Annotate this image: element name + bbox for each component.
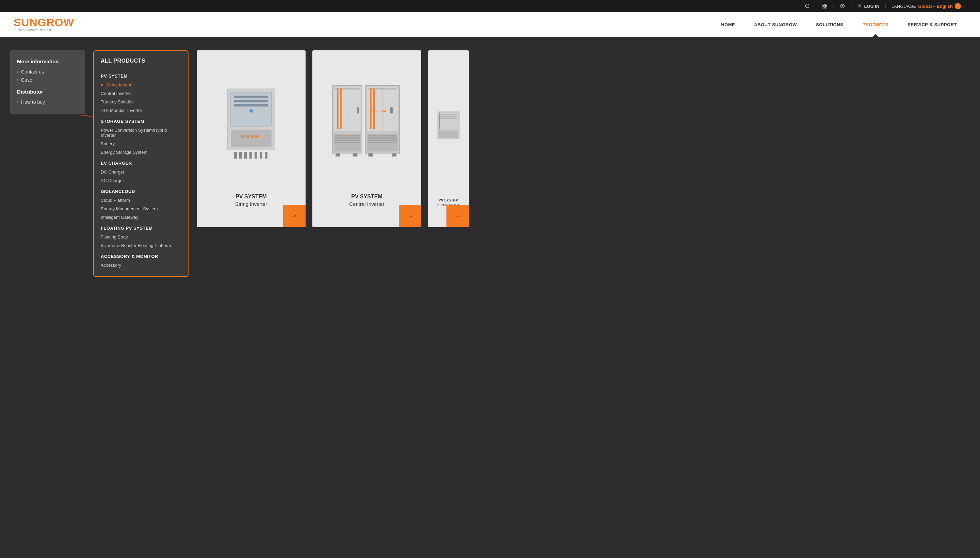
svg-line-1 — [809, 7, 809, 8]
sidebar: More information › Contact us › Case Dis… — [10, 50, 85, 114]
nav-solutions[interactable]: SOLUTIONS — [806, 12, 853, 37]
svg-text:SUNGROW: SUNGROW — [241, 135, 259, 139]
arrow-right-icon-3: → — [454, 212, 461, 220]
nav-service[interactable]: SERVICE & SUPPORT — [898, 12, 966, 37]
svg-rect-42 — [370, 89, 372, 129]
nav-about[interactable]: ABOUT SUNGROW — [745, 12, 806, 37]
svg-rect-59 — [439, 131, 458, 138]
svg-rect-49 — [368, 141, 397, 143]
chevron-icon-2: › — [17, 77, 18, 82]
svg-rect-43 — [373, 89, 375, 129]
card-label-string: PV SYSTEM String Inverter — [228, 188, 274, 227]
svg-rect-33 — [335, 138, 359, 139]
svg-rect-28 — [337, 89, 338, 129]
svg-rect-36 — [335, 153, 340, 156]
product-card-string-inverter[interactable]: SUNGROW PV SYSTEM String Inverter → — [197, 50, 305, 227]
svg-rect-13 — [234, 104, 268, 107]
menu-category-accessory: ACCESSORY & MONITOR — [94, 250, 188, 261]
cards-area: SUNGROW PV SYSTEM String Inverter → — [197, 50, 966, 544]
chevron-icon-3: › — [17, 100, 18, 105]
chevron-icon: › — [17, 69, 18, 74]
main-nav: HOME ABOUT SUNGROW SOLUTIONS PRODUCTS SE… — [711, 12, 966, 37]
svg-rect-48 — [368, 140, 397, 141]
eye-icon[interactable] — [840, 3, 845, 9]
language-value: Global – English — [918, 4, 953, 9]
svg-rect-5 — [826, 7, 827, 8]
menu-item-floating-body[interactable]: Floating Body — [94, 233, 188, 241]
menu-item-ac-charger[interactable]: AC Charger — [94, 176, 188, 185]
menu-item-gateway[interactable]: Intelligent Gateway — [94, 213, 188, 222]
sidebar-item-case[interactable]: › Case — [17, 76, 78, 84]
divider-2: | — [833, 3, 834, 9]
card-image-turnkey — [428, 50, 469, 193]
svg-rect-17 — [239, 152, 242, 159]
svg-rect-19 — [250, 152, 252, 159]
menu-category-isolarcloud: iSOLARCLOUD — [94, 185, 188, 196]
search-icon[interactable] — [805, 3, 810, 9]
menu-item-ems[interactable]: Energy Management System — [94, 205, 188, 213]
product-card-central-inverter[interactable]: SUNGROW PV SYSTEM Central Inverter → — [312, 50, 421, 227]
menu-item-pcs[interactable]: Power Conversion System/Hybrid Inverter — [94, 126, 188, 140]
nav-home[interactable]: HOME — [711, 12, 745, 37]
grid-icon[interactable] — [822, 3, 827, 9]
sidebar-more-info-title: More information — [17, 59, 78, 64]
svg-rect-37 — [353, 153, 358, 156]
card-name-1: String Inverter — [235, 201, 267, 207]
central-inverter-image: SUNGROW — [329, 79, 404, 167]
svg-rect-54 — [439, 113, 458, 129]
svg-rect-20 — [254, 152, 257, 159]
menu-item-dc-charger[interactable]: DC Charger — [94, 168, 188, 176]
svg-point-6 — [842, 5, 843, 7]
sidebar-item-how-to-buy[interactable]: › How to buy — [17, 98, 78, 106]
svg-rect-51 — [392, 153, 396, 156]
menu-item-inverter-booster[interactable]: Inverter & Booster Floating Platform — [94, 241, 188, 250]
svg-rect-30 — [357, 107, 359, 113]
card-label-central: PV SYSTEM Central Inverter — [342, 188, 391, 227]
logo-text: SUNGROW — [14, 17, 74, 28]
menu-item-cloud-platform[interactable]: Cloud Platform — [94, 196, 188, 205]
sidebar-distributor-title: Distributor — [17, 89, 78, 95]
sidebar-how-to-buy-label: How to buy — [21, 99, 45, 105]
menu-category-ev: EV CHARGER — [94, 156, 188, 168]
svg-rect-55 — [439, 113, 440, 129]
product-card-turnkey[interactable]: PV SYSTEM Turnkey Solution → — [428, 50, 469, 227]
card-arrow-button-3[interactable]: → — [446, 205, 469, 227]
language-selector[interactable]: LANGUAGE Global – English — [891, 3, 966, 9]
language-label: LANGUAGE — [891, 4, 916, 9]
svg-rect-46 — [368, 135, 397, 136]
sidebar-case-label: Case — [21, 77, 32, 83]
menu-item-central-inverter[interactable]: Central Inverter — [94, 89, 188, 98]
card-arrow-button-1[interactable]: → — [283, 205, 305, 227]
top-bar: | | | LOG IN | LANGUAGE Global – English — [0, 0, 980, 12]
svg-rect-22 — [265, 152, 268, 159]
login-label[interactable]: LOG IN — [864, 4, 879, 9]
menu-all-products[interactable]: ALL PRODUCTS — [94, 58, 188, 69]
svg-rect-34 — [335, 140, 359, 141]
divider-3: | — [851, 3, 852, 9]
menu-item-modular[interactable]: 1+X Modular Inverter — [94, 106, 188, 115]
svg-rect-35 — [335, 141, 359, 143]
card-arrow-button-2[interactable]: → — [399, 205, 421, 227]
products-menu: ALL PRODUCTS PV SYSTEM ▶ String Inverter… — [93, 50, 189, 277]
svg-rect-11 — [234, 95, 268, 98]
svg-rect-58 — [440, 117, 456, 118]
svg-rect-16 — [234, 152, 237, 159]
user-icon[interactable]: LOG IN — [857, 4, 879, 9]
menu-item-ess[interactable]: Energy Storage System — [94, 148, 188, 156]
svg-point-14 — [250, 109, 253, 113]
menu-item-string-inverter[interactable]: ▶ String Inverter — [94, 80, 188, 89]
logo[interactable]: SUNGROW Clean power for all — [14, 17, 74, 32]
svg-rect-18 — [244, 152, 247, 159]
nav-products[interactable]: PRODUCTS — [853, 12, 898, 37]
menu-item-turnkey[interactable]: Turnkey Solution — [94, 98, 188, 106]
svg-point-0 — [806, 4, 809, 8]
sidebar-item-contact[interactable]: › Contact us — [17, 68, 78, 76]
arrow-right-icon-2: → — [406, 212, 414, 220]
svg-point-7 — [859, 5, 860, 6]
card-category-1: PV SYSTEM — [235, 194, 267, 200]
logo-sub: Clean power for all — [14, 28, 51, 32]
menu-item-accessory[interactable]: Accessory — [94, 261, 188, 269]
menu-category-floating: FLOATING PV SYSTEM — [94, 222, 188, 233]
card-name-2: Central Inverter — [349, 201, 384, 207]
menu-item-battery[interactable]: Battery — [94, 140, 188, 148]
